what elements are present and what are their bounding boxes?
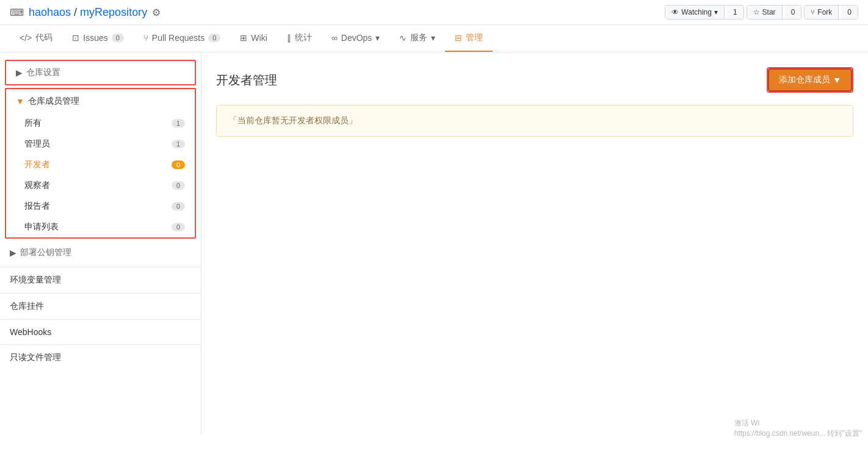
chevron-right-deploy-icon: ▶ xyxy=(10,248,16,258)
reporter-label: 报告者 xyxy=(24,201,50,212)
sidebar-item-readonly[interactable]: 只读文件管理 xyxy=(0,347,201,368)
sidebar-item-admin[interactable]: 管理员 1 xyxy=(6,134,195,154)
fork-count[interactable]: 0 xyxy=(841,5,858,19)
fork-button[interactable]: ⑂ Fork xyxy=(805,5,839,19)
page-header: ⌨ haohaos / myRepository ⚙ 👁 Watching ▾ … xyxy=(0,0,868,25)
content-header: 开发者管理 添加仓库成员 ▼ xyxy=(216,67,853,93)
sidebar-item-applications[interactable]: 申请列表 0 xyxy=(6,217,195,237)
wiki-tab-icon: ⊞ xyxy=(240,33,247,43)
tab-wiki-label: Wiki xyxy=(251,33,267,43)
star-button-group: ☆ Star 0 xyxy=(747,5,802,20)
pr-tab-icon: ⑂ xyxy=(143,33,148,43)
sidebar-item-webhooks[interactable]: WebHooks xyxy=(0,322,201,342)
deploy-key-header[interactable]: ▶ 部署公钥管理 xyxy=(0,241,201,264)
issues-badge: 0 xyxy=(112,34,124,42)
header-left: ⌨ haohaos / myRepository ⚙ xyxy=(10,6,161,19)
sidebar-item-reporter[interactable]: 报告者 0 xyxy=(6,196,195,217)
applications-count: 0 xyxy=(172,223,185,231)
stats-tab-icon: ∥ xyxy=(287,33,291,43)
applications-label: 申请列表 xyxy=(24,222,59,233)
devops-chevron-icon: ▾ xyxy=(375,33,380,43)
sidebar-item-env[interactable]: 环境变量管理 xyxy=(0,270,201,290)
fork-button-group: ⑂ Fork 0 xyxy=(804,5,858,20)
sidebar-divider-3 xyxy=(0,319,201,320)
empty-notice: 「当前仓库暂无开发者权限成员」 xyxy=(216,105,853,137)
watch-count[interactable]: 1 xyxy=(727,5,743,19)
tab-devops[interactable]: ∞ DevOps ▾ xyxy=(322,26,390,51)
deploy-key-label: 部署公钥管理 xyxy=(20,247,71,258)
member-mgmt-header[interactable]: ▼ 仓库成员管理 xyxy=(6,89,195,113)
all-label: 所有 xyxy=(24,118,42,129)
tab-wiki[interactable]: ⊞ Wiki xyxy=(230,26,277,51)
tab-issues[interactable]: ⊡ Issues 0 xyxy=(62,26,134,51)
watch-label: Watching xyxy=(681,8,712,16)
repo-link[interactable]: myRepository xyxy=(80,6,147,18)
tab-services[interactable]: ∿ 服务 ▾ xyxy=(389,25,445,52)
settings-icon[interactable]: ⚙ xyxy=(152,7,161,18)
chevron-right-icon: ▶ xyxy=(16,68,23,78)
tab-services-label: 服务 xyxy=(410,32,427,43)
page-title: 开发者管理 xyxy=(216,72,277,88)
sidebar-divider-1 xyxy=(0,267,201,267)
tab-stats-label: 统计 xyxy=(295,32,312,43)
add-member-button[interactable]: 添加仓库成员 ▼ xyxy=(768,68,852,92)
tab-pr-label: Pull Requests xyxy=(152,33,204,43)
repo-settings-label: 仓库设置 xyxy=(26,67,60,78)
member-mgmt-section: ▼ 仓库成员管理 所有 1 管理员 1 开发者 0 观察者 0 报告者 0 xyxy=(5,88,196,239)
readonly-label: 只读文件管理 xyxy=(10,352,61,363)
fork-label: Fork xyxy=(817,8,832,16)
sidebar-item-hooks[interactable]: 仓库挂件 xyxy=(0,296,201,317)
tab-pullrequests[interactable]: ⑂ Pull Requests 0 xyxy=(134,26,231,51)
main-content: 开发者管理 添加仓库成员 ▼ 「当前仓库暂无开发者权限成员」 xyxy=(201,52,868,435)
notice-text: 「当前仓库暂无开发者权限成员」 xyxy=(229,115,357,125)
hooks-label: 仓库挂件 xyxy=(10,301,44,312)
watch-button[interactable]: 👁 Watching ▾ xyxy=(665,5,725,19)
header-right: 👁 Watching ▾ 1 ☆ Star 0 ⑂ Fork 0 xyxy=(665,5,858,20)
sidebar-item-developer[interactable]: 开发者 0 xyxy=(6,154,195,175)
developer-label: 开发者 xyxy=(24,159,50,170)
add-member-button-wrapper: 添加仓库成员 ▼ xyxy=(767,67,853,93)
all-count: 1 xyxy=(172,119,185,128)
watch-button-group: 👁 Watching ▾ 1 xyxy=(665,5,743,20)
manage-tab-icon: ⊟ xyxy=(455,33,462,43)
repo-settings-header[interactable]: ▶ 仓库设置 xyxy=(6,61,195,84)
code-tab-icon: </> xyxy=(20,33,32,43)
admin-label: 管理员 xyxy=(24,139,50,150)
repo-settings-section: ▶ 仓库设置 xyxy=(5,60,196,85)
reporter-count: 0 xyxy=(172,202,185,211)
star-button[interactable]: ☆ Star xyxy=(747,5,783,19)
services-tab-icon: ∿ xyxy=(399,33,407,43)
fork-icon: ⑂ xyxy=(811,8,815,16)
tab-code[interactable]: </> 代码 xyxy=(10,25,62,52)
tab-manage-label: 管理 xyxy=(466,32,483,43)
repo-full-name: haohaos / myRepository xyxy=(29,6,147,19)
eye-icon: 👁 xyxy=(671,8,679,16)
env-label: 环境变量管理 xyxy=(10,275,61,286)
add-member-label: 添加仓库成员 xyxy=(779,74,830,85)
sidebar-item-all[interactable]: 所有 1 xyxy=(6,113,195,134)
tab-issues-label: Issues xyxy=(83,33,107,43)
chevron-down-icon: ▼ xyxy=(16,96,24,106)
issues-tab-icon: ⊡ xyxy=(72,33,79,43)
tab-code-label: 代码 xyxy=(35,32,52,43)
developer-count: 0 xyxy=(172,161,185,169)
main-layout: ▶ 仓库设置 ▼ 仓库成员管理 所有 1 管理员 1 开发者 0 xyxy=(0,52,868,435)
observer-count: 0 xyxy=(172,181,185,190)
tab-manage[interactable]: ⊟ 管理 xyxy=(445,25,493,52)
repo-separator: / xyxy=(74,6,80,18)
star-icon: ☆ xyxy=(753,8,760,16)
services-chevron-icon: ▾ xyxy=(431,33,435,43)
owner-link[interactable]: haohaos xyxy=(29,6,71,18)
sidebar: ▶ 仓库设置 ▼ 仓库成员管理 所有 1 管理员 1 开发者 0 xyxy=(0,52,201,435)
sidebar-item-observer[interactable]: 观察者 0 xyxy=(6,175,195,196)
chevron-down-icon: ▾ xyxy=(714,8,718,16)
webhooks-label: WebHooks xyxy=(10,327,51,337)
star-count[interactable]: 0 xyxy=(785,5,801,19)
pr-badge: 0 xyxy=(208,34,220,42)
tab-stats[interactable]: ∥ 统计 xyxy=(277,25,322,52)
tab-devops-label: DevOps xyxy=(341,33,372,43)
nav-tabs: </> 代码 ⊡ Issues 0 ⑂ Pull Requests 0 ⊞ Wi… xyxy=(0,25,868,52)
devops-tab-icon: ∞ xyxy=(331,33,338,43)
add-member-dropdown-icon: ▼ xyxy=(833,75,841,85)
star-label: Star xyxy=(762,8,776,16)
